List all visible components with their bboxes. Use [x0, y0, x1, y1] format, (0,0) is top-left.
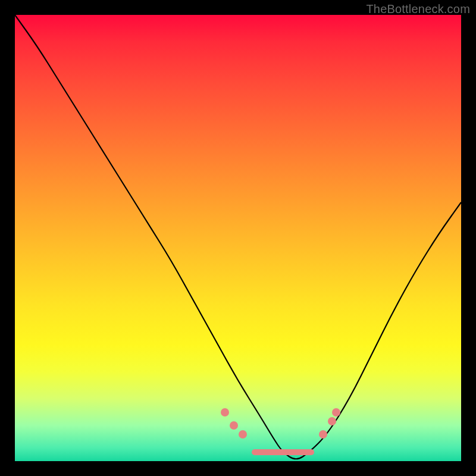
highlight-dot — [221, 408, 229, 416]
bottleneck-curve — [15, 15, 461, 461]
highlight-dot — [328, 417, 336, 425]
trough-bar — [252, 449, 314, 455]
highlight-dot — [230, 421, 238, 430]
watermark-label: TheBottleneck.com — [366, 2, 470, 16]
highlight-dot — [319, 430, 327, 439]
chart-frame: TheBottleneck.com — [0, 0, 476, 476]
highlight-dot — [239, 430, 247, 439]
highlight-dot — [332, 408, 340, 416]
plot-area — [15, 15, 461, 461]
